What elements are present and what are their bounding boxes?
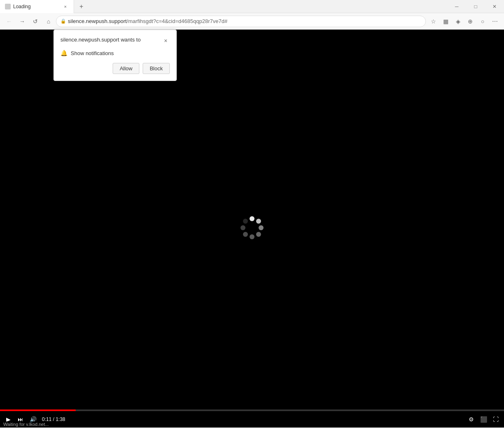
minimize-button[interactable]: ─ [447,0,466,13]
menu-icon[interactable]: ⋯ [489,16,501,27]
url-bar[interactable]: 🔒 silence.newpush.support /marfihsgdt?c=… [56,16,426,27]
waiting-status-text: Waiting for v.lkod.net... [0,421,52,428]
svg-point-7 [243,219,248,224]
svg-point-0 [250,216,254,221]
refresh-button[interactable]: ↺ [30,16,41,27]
new-tab-button[interactable]: + [76,1,87,12]
time-total: 1:38 [55,416,65,422]
svg-point-6 [240,225,245,230]
svg-point-2 [259,225,264,230]
allow-button[interactable]: Allow [113,63,139,74]
popup-permission-row: 🔔 Show notifications [60,50,170,56]
toolbar-icons: ☆ ▦ ◈ ⊕ ○ ⋯ [428,16,501,27]
url-path: /marfihsgdt?c=4&cid=d4685qqp28r7ve7d# [127,18,227,24]
lock-icon: 🔒 [60,18,66,24]
content-area: silence.newpush.support wants to × 🔔 Sho… [0,30,504,428]
loading-spinner [240,215,264,242]
title-bar-left: Loading × + [0,0,447,13]
forward-button[interactable]: → [16,16,28,27]
close-button[interactable]: ✕ [485,0,504,13]
shield-icon[interactable]: ⊕ [465,16,476,27]
popup-close-button[interactable]: × [162,37,170,45]
title-bar: Loading × + ─ □ ✕ [0,0,504,13]
profile-icon[interactable]: ○ [477,16,488,27]
address-bar: ← → ↺ ⌂ 🔒 silence.newpush.support /marfi… [0,13,504,30]
star-button[interactable]: ☆ [428,16,439,27]
maximize-button[interactable]: □ [466,0,485,13]
settings-button[interactable]: ⚙ [466,414,476,424]
tab-close-button[interactable]: × [62,3,69,10]
collections-icon[interactable]: ▦ [440,16,451,27]
svg-point-5 [243,232,248,237]
fullscreen-button[interactable]: ⛶ [491,414,501,424]
svg-point-3 [256,232,261,237]
edge-icon[interactable]: ◈ [452,16,464,27]
tab-favicon [5,4,11,9]
spinner-svg [240,215,264,240]
browser-tab[interactable]: Loading × [0,0,74,13]
notification-popup: silence.newpush.support wants to × 🔔 Sho… [53,30,177,81]
permission-text: Show notifications [71,50,114,56]
bell-icon: 🔔 [60,50,67,56]
svg-point-4 [250,234,254,239]
popup-header: silence.newpush.support wants to × [60,37,170,45]
theater-button[interactable]: ⬛ [479,414,488,424]
home-button[interactable]: ⌂ [43,16,54,27]
tab-title: Loading [13,4,62,9]
popup-title: silence.newpush.support wants to [60,37,162,43]
back-button[interactable]: ← [3,16,15,27]
block-button[interactable]: Block [143,63,170,74]
video-controls-bar: ▶ ⏭ 🔊 0:11 / 1:38 ⚙ ⬛ ⛶ [0,411,504,428]
window-controls: ─ □ ✕ [447,0,504,13]
url-base: silence.newpush.support [68,18,127,24]
svg-point-1 [256,219,261,224]
popup-buttons: Allow Block [60,63,170,74]
